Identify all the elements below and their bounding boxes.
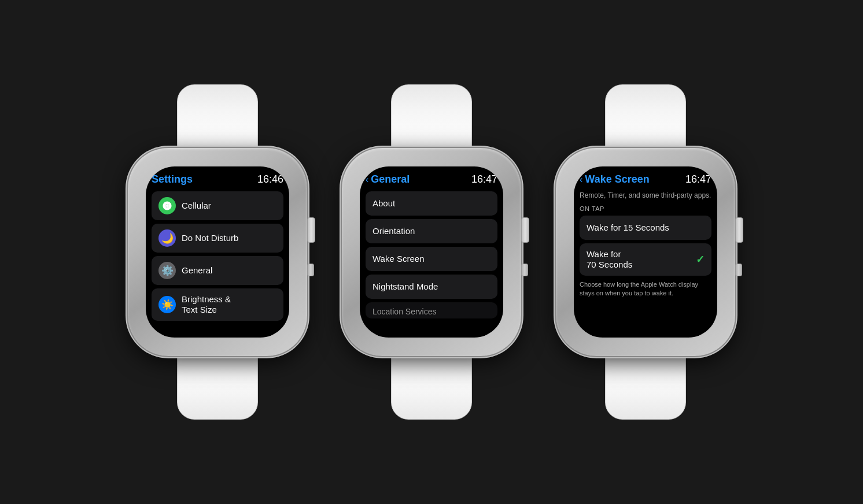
general-orientation[interactable]: Orientation: [366, 219, 497, 243]
settings-dnd[interactable]: 🌙 Do Not Disturb: [152, 224, 283, 253]
brightness-icon: ☀️: [158, 296, 176, 313]
location-label: Location Services: [373, 307, 437, 316]
svg-point-0: [166, 205, 169, 207]
general-wake-screen[interactable]: Wake Screen: [366, 247, 497, 271]
wake-title: Wake Screen: [585, 173, 649, 186]
wake-screen-label: Wake Screen: [373, 254, 424, 264]
orientation-label: Orientation: [373, 226, 415, 236]
watch-crown-1[interactable]: [307, 217, 315, 243]
watch-screen-1: Settings 16:46 Cellular: [146, 166, 289, 338]
general-about[interactable]: About: [366, 191, 497, 216]
wake-70-seconds[interactable]: Wake for70 Seconds ✓: [580, 243, 711, 276]
dnd-icon: 🌙: [158, 229, 176, 247]
band-bottom-3: [605, 356, 686, 420]
screen-content-wake: ‹ Wake Screen 16:47 Remote, Timer, and s…: [574, 166, 717, 338]
watch-wake-screen: ‹ Wake Screen 16:47 Remote, Timer, and s…: [556, 84, 735, 420]
general-label: General: [182, 265, 212, 276]
general-back-arrow[interactable]: ‹: [366, 175, 368, 185]
cellular-label: Cellular: [182, 201, 211, 211]
band-top-2: [391, 84, 472, 148]
watch-button-2[interactable]: [521, 264, 528, 276]
wake-back-arrow[interactable]: ‹: [580, 175, 582, 185]
dnd-label: Do Not Disturb: [182, 233, 238, 243]
general-icon: ⚙️: [158, 262, 176, 279]
watch-case-3: ‹ Wake Screen 16:47 Remote, Timer, and s…: [556, 148, 735, 356]
watch-case-1: Settings 16:46 Cellular: [128, 148, 307, 356]
settings-cellular[interactable]: Cellular: [152, 191, 283, 220]
settings-time: 16:46: [257, 173, 283, 186]
band-top-1: [177, 84, 258, 148]
wake-description: Remote, Timer, and some third-party apps…: [580, 191, 711, 201]
screen-content-settings: Settings 16:46 Cellular: [146, 166, 289, 338]
about-label: About: [373, 198, 395, 209]
brightness-label: Brightness &Text Size: [182, 294, 231, 315]
general-header: ‹ General 16:47: [366, 173, 497, 186]
watch-case-2: ‹ General 16:47 About Orientation Wake S…: [342, 148, 521, 356]
selected-checkmark: ✓: [696, 253, 705, 266]
watch-crown-2[interactable]: [521, 217, 529, 243]
watch-screen-2: ‹ General 16:47 About Orientation Wake S…: [360, 166, 503, 338]
wake-header: ‹ Wake Screen 16:47: [580, 173, 711, 186]
band-top-3: [605, 84, 686, 148]
on-tap-label: ON TAP: [580, 205, 711, 212]
cellular-icon: [158, 197, 176, 214]
watch-button-1[interactable]: [307, 264, 314, 276]
settings-brightness[interactable]: ☀️ Brightness &Text Size: [152, 288, 283, 321]
settings-general[interactable]: ⚙️ General: [152, 256, 283, 285]
watches-container: Settings 16:46 Cellular: [128, 84, 735, 420]
wake-70-label: Wake for70 Seconds: [587, 249, 632, 270]
watch-crown-3[interactable]: [735, 217, 743, 243]
wake-15-seconds[interactable]: Wake for 15 Seconds: [580, 216, 711, 240]
watch-settings: Settings 16:46 Cellular: [128, 84, 307, 420]
general-nightstand[interactable]: Nightstand Mode: [366, 275, 497, 299]
wake-15-label: Wake for 15 Seconds: [587, 223, 669, 233]
general-location[interactable]: Location Services: [366, 302, 497, 318]
nightstand-label: Nightstand Mode: [373, 281, 438, 292]
wake-footer: Choose how long the Apple Watch display …: [580, 280, 711, 298]
watch-general: ‹ General 16:47 About Orientation Wake S…: [342, 84, 521, 420]
watch-button-3[interactable]: [735, 264, 742, 276]
settings-header: Settings 16:46: [152, 173, 283, 186]
screen-content-general: ‹ General 16:47 About Orientation Wake S…: [360, 166, 503, 338]
band-bottom-2: [391, 356, 472, 420]
band-bottom-1: [177, 356, 258, 420]
general-title: General: [371, 173, 410, 186]
settings-title: Settings: [152, 173, 193, 186]
wake-time: 16:47: [685, 173, 711, 186]
watch-screen-3: ‹ Wake Screen 16:47 Remote, Timer, and s…: [574, 166, 717, 338]
general-time: 16:47: [471, 173, 497, 186]
